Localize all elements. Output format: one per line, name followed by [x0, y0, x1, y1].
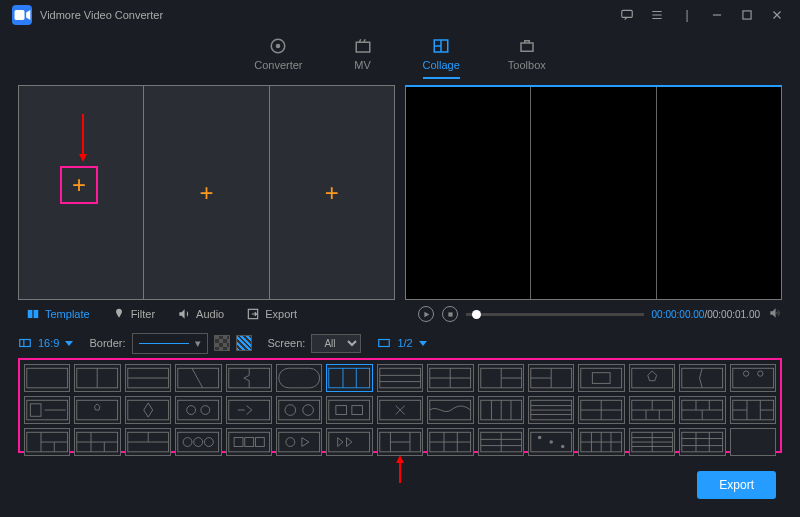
- template-item[interactable]: [730, 428, 776, 456]
- collage-cell-2[interactable]: +: [144, 86, 269, 299]
- ratio-selector[interactable]: 16:9: [18, 336, 73, 350]
- template-item[interactable]: [175, 364, 221, 392]
- template-item[interactable]: [679, 364, 725, 392]
- preview-cell: [531, 87, 656, 299]
- maximize-icon[interactable]: [736, 4, 758, 26]
- seek-slider[interactable]: [466, 313, 644, 316]
- menu-icon[interactable]: [646, 4, 668, 26]
- svg-rect-13: [448, 312, 452, 316]
- template-item[interactable]: [276, 428, 322, 456]
- template-item[interactable]: [125, 428, 171, 456]
- template-item[interactable]: [578, 364, 624, 392]
- template-item-selected[interactable]: [326, 364, 372, 392]
- template-item[interactable]: [427, 428, 473, 456]
- svg-rect-11: [34, 310, 39, 318]
- tab-filter[interactable]: Filter: [104, 303, 163, 325]
- template-item[interactable]: [175, 396, 221, 424]
- template-item[interactable]: [427, 364, 473, 392]
- svg-rect-45: [732, 368, 773, 388]
- template-item[interactable]: [528, 396, 574, 424]
- template-item[interactable]: [528, 364, 574, 392]
- template-item[interactable]: [629, 396, 675, 424]
- svg-rect-2: [743, 11, 751, 19]
- nav-collage[interactable]: Collage: [423, 37, 460, 79]
- play-button[interactable]: [418, 306, 434, 322]
- screen-select[interactable]: All: [311, 334, 361, 353]
- svg-rect-25: [329, 368, 370, 388]
- minimize-icon[interactable]: [706, 4, 728, 26]
- add-icon[interactable]: +: [199, 179, 213, 207]
- template-item[interactable]: [478, 396, 524, 424]
- tab-audio[interactable]: Audio: [169, 303, 232, 325]
- template-item[interactable]: [629, 364, 675, 392]
- template-item[interactable]: [377, 364, 423, 392]
- tab-export[interactable]: Export: [238, 303, 305, 325]
- template-item[interactable]: [226, 396, 272, 424]
- svg-rect-10: [28, 310, 33, 318]
- workspace: + + +: [0, 85, 800, 300]
- template-item[interactable]: [377, 396, 423, 424]
- template-item[interactable]: [730, 396, 776, 424]
- template-item[interactable]: [478, 428, 524, 456]
- template-item[interactable]: [24, 364, 70, 392]
- template-item[interactable]: [226, 364, 272, 392]
- svg-rect-59: [352, 406, 363, 415]
- export-button[interactable]: Export: [697, 471, 776, 499]
- close-icon[interactable]: [766, 4, 788, 26]
- border-pattern[interactable]: [236, 335, 252, 351]
- preview-cell: [406, 87, 531, 299]
- svg-rect-107: [279, 432, 320, 452]
- add-icon[interactable]: +: [325, 179, 339, 207]
- template-item[interactable]: [578, 428, 624, 456]
- collage-cell-3[interactable]: +: [270, 86, 394, 299]
- svg-rect-61: [430, 400, 471, 420]
- nav-toolbox[interactable]: Toolbox: [508, 37, 546, 79]
- template-item[interactable]: [125, 396, 171, 424]
- stop-button[interactable]: [442, 306, 458, 322]
- collage-cell-1[interactable]: +: [19, 86, 144, 299]
- border-color-picker[interactable]: [214, 335, 230, 351]
- template-item[interactable]: [629, 428, 675, 456]
- svg-rect-50: [178, 400, 219, 420]
- svg-point-51: [187, 406, 196, 415]
- template-item[interactable]: [125, 364, 171, 392]
- template-item[interactable]: [730, 364, 776, 392]
- nav-converter[interactable]: Converter: [254, 37, 302, 79]
- svg-point-102: [205, 438, 214, 447]
- zoom-selector[interactable]: 1/2: [377, 336, 426, 350]
- volume-icon[interactable]: [768, 306, 782, 323]
- comment-icon[interactable]: [616, 4, 638, 26]
- template-item[interactable]: [24, 396, 70, 424]
- template-item[interactable]: [24, 428, 70, 456]
- template-item[interactable]: [276, 396, 322, 424]
- svg-rect-103: [228, 432, 269, 452]
- add-icon[interactable]: +: [72, 171, 86, 199]
- svg-point-124: [549, 440, 553, 444]
- nav-mv[interactable]: MV: [351, 37, 375, 79]
- template-item[interactable]: [578, 396, 624, 424]
- template-item[interactable]: [679, 396, 725, 424]
- template-item[interactable]: [74, 428, 120, 456]
- tab-template[interactable]: Template: [18, 303, 98, 325]
- template-item[interactable]: [377, 428, 423, 456]
- svg-point-100: [183, 438, 192, 447]
- app-title: Vidmore Video Converter: [40, 9, 163, 21]
- template-item[interactable]: [276, 364, 322, 392]
- template-item[interactable]: [528, 428, 574, 456]
- svg-rect-1: [622, 10, 633, 17]
- svg-rect-109: [329, 432, 370, 452]
- template-item[interactable]: [226, 428, 272, 456]
- arrow-indicator-2: [0, 453, 800, 488]
- template-item[interactable]: [326, 428, 372, 456]
- svg-rect-16: [27, 368, 68, 388]
- template-item[interactable]: [74, 364, 120, 392]
- svg-point-101: [194, 438, 203, 447]
- template-item[interactable]: [478, 364, 524, 392]
- border-style-select[interactable]: ▾: [132, 333, 208, 354]
- template-item[interactable]: [427, 396, 473, 424]
- template-item[interactable]: [326, 396, 372, 424]
- template-item[interactable]: [74, 396, 120, 424]
- template-item[interactable]: [679, 428, 725, 456]
- preview-panel: [405, 85, 782, 300]
- template-item[interactable]: [175, 428, 221, 456]
